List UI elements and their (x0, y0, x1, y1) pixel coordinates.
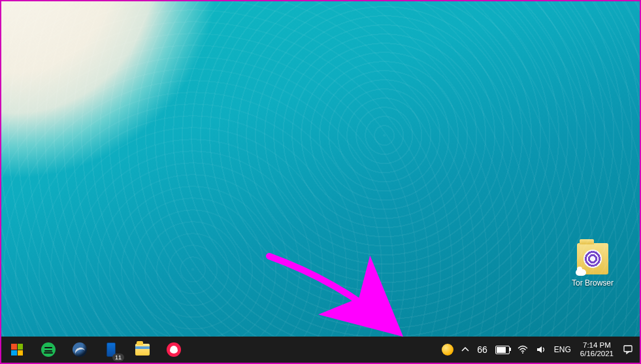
onedrive-sync-icon (576, 269, 586, 276)
weather-tray-icon[interactable] (438, 337, 457, 363)
chevron-up-icon (461, 346, 469, 354)
svg-rect-1 (624, 346, 632, 352)
desktop-icon-label: Tor Browser (563, 278, 622, 288)
folder-icon (135, 344, 150, 356)
steam-taskbar[interactable] (64, 337, 95, 363)
clock-time: 7:14 PM (580, 341, 614, 350)
folder-icon (577, 243, 608, 274)
language-indicator[interactable]: ENG (550, 337, 575, 363)
steam-icon (73, 342, 87, 357)
weather-temperature[interactable]: 66 (473, 337, 491, 363)
wifi-tray[interactable] (514, 337, 532, 363)
taskbar: 11 66 (1, 337, 640, 363)
tray-overflow-button[interactable] (457, 337, 473, 363)
desktop-wallpaper[interactable]: Tor Browser (1, 1, 640, 337)
tor-icon (583, 250, 602, 268)
clock-tray[interactable]: 7:14 PM 6/16/2021 (575, 341, 619, 358)
opera-gx-taskbar[interactable] (158, 337, 189, 363)
taskbar-pinned-apps: 11 (1, 337, 189, 363)
sun-icon (442, 344, 453, 356)
notification-icon (623, 344, 633, 355)
volume-tray[interactable] (532, 337, 550, 363)
svg-point-0 (522, 352, 523, 354)
wifi-icon (518, 344, 528, 355)
spotify-taskbar[interactable] (33, 337, 64, 363)
temperature-value: 66 (477, 344, 487, 355)
windows-logo-icon (11, 344, 23, 356)
action-center-button[interactable] (619, 337, 637, 363)
notification-badge: 11 (112, 354, 124, 361)
system-tray: 66 ENG (438, 337, 640, 363)
clock-date: 6/16/2021 (580, 350, 614, 358)
screenshot-viewport: Tor Browser (0, 0, 641, 364)
language-label: ENG (554, 345, 571, 354)
spotify-icon (41, 342, 56, 357)
your-phone-taskbar[interactable]: 11 (95, 337, 127, 363)
speaker-icon (536, 344, 546, 355)
battery-icon (495, 346, 510, 354)
battery-tray[interactable] (491, 337, 514, 363)
opera-icon (167, 342, 181, 357)
tor-browser-shortcut[interactable]: Tor Browser (563, 243, 622, 288)
file-explorer-taskbar[interactable] (127, 337, 158, 363)
start-button[interactable] (1, 337, 33, 363)
